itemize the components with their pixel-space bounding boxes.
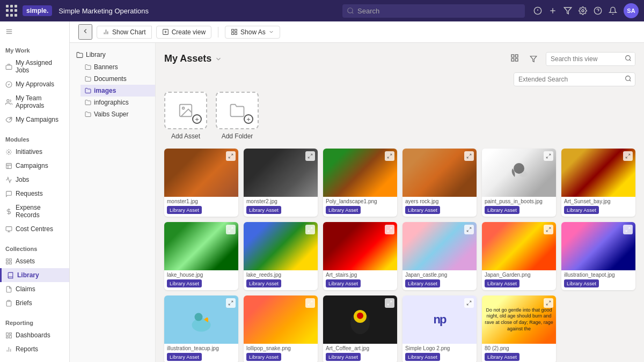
folder-icon — [85, 76, 91, 82]
expand-icon-11[interactable] — [623, 225, 633, 234]
asset-card-4[interactable]: paint_puss_in_boots.jpg Library Asset — [482, 149, 556, 217]
asset-card-7[interactable]: lake_reeds.jpg Library Asset — [244, 222, 318, 290]
sidebar-item-initiatives[interactable]: Initiatives — [0, 145, 69, 159]
add-folder-card[interactable]: + Add Folder — [216, 92, 259, 140]
svg-rect-47 — [515, 58, 518, 61]
lightbulb-icon[interactable] — [533, 6, 542, 15]
asset-card-11[interactable]: illustration_teapot.jpg Library Asset — [561, 222, 635, 290]
asset-badge-2: Library Asset — [326, 206, 361, 214]
search-this-view — [546, 52, 635, 66]
extended-search-row — [164, 72, 635, 86]
asset-card-2[interactable]: Poly_landscape1.png Library Asset — [323, 149, 397, 217]
tree-item-infographics[interactable]: infographics — [80, 97, 155, 108]
asset-card-12[interactable]: illustration_teacup.jpg Library Asset — [164, 295, 238, 362]
asset-card-15[interactable]: np Simple Logo 2.png Library Asset — [402, 295, 477, 362]
create-view-icon — [162, 28, 169, 35]
svg-rect-44 — [232, 33, 234, 35]
asset-card-8[interactable]: Art_stairs.jpg Library Asset — [323, 222, 397, 290]
bell-icon[interactable] — [609, 6, 617, 15]
sidebar-item-jobs[interactable]: Jobs — [0, 173, 69, 187]
asset-card-1[interactable]: monster2.jpg Library Asset — [244, 149, 318, 217]
svg-rect-28 — [6, 333, 9, 335]
expand-icon-2[interactable] — [385, 151, 394, 161]
search-this-view-icon[interactable] — [621, 53, 635, 65]
expand-icon-5[interactable] — [623, 151, 633, 161]
expand-icon-12[interactable] — [226, 298, 236, 308]
add-asset-card[interactable]: + Add Asset — [164, 92, 207, 140]
dashboard-icon — [5, 332, 12, 339]
app-grid-icon[interactable] — [5, 4, 18, 17]
expand-icon-15[interactable] — [464, 298, 474, 308]
expand-icon-9[interactable] — [464, 225, 474, 234]
svg-rect-46 — [515, 55, 518, 57]
tree-item-documents[interactable]: Documents — [80, 73, 155, 85]
sidebar-item-team-approvals[interactable]: My Team Approvals — [0, 91, 69, 113]
expand-icon-3[interactable] — [464, 151, 474, 161]
expand-icon-8[interactable] — [385, 225, 394, 234]
expand-icon-1[interactable] — [305, 151, 315, 161]
search-this-view-input[interactable] — [546, 53, 621, 65]
sidebar-item-requests[interactable]: Requests — [0, 187, 69, 201]
sidebar-item-assets[interactable]: Assets — [0, 254, 69, 268]
sidebar-item-assigned-jobs[interactable]: My Assigned Jobs — [0, 56, 69, 77]
create-view-button[interactable]: Create view — [156, 26, 211, 39]
briefs-icon — [5, 300, 12, 307]
global-search-input[interactable] — [342, 4, 525, 18]
filter-button[interactable] — [525, 53, 541, 65]
asset-card-16[interactable]: Do not go gentle into that good night, o… — [482, 295, 556, 362]
expand-icon-6[interactable] — [226, 225, 236, 234]
expand-icon-14[interactable] — [385, 298, 394, 308]
topbar-icons: SA — [533, 3, 639, 18]
sidebar-item-reports[interactable]: Reports — [0, 342, 69, 356]
asset-name-4: paint_puss_in_boots.jpg — [482, 197, 556, 205]
sidebar-item-library[interactable]: Library — [0, 268, 69, 282]
title-chevron-icon[interactable] — [215, 55, 222, 63]
sidebar-item-dashboards[interactable]: Dashboards — [0, 328, 69, 342]
asset-card-9[interactable]: Japan_castle.png Library Asset — [402, 222, 477, 290]
sidebar-item-briefs[interactable]: Briefs — [0, 296, 69, 310]
sidebar-collapse-btn[interactable] — [0, 25, 69, 39]
back-button[interactable] — [78, 24, 92, 40]
expand-icon-16[interactable] — [544, 298, 553, 308]
expand-icon-0[interactable] — [226, 151, 236, 161]
svg-line-65 — [549, 154, 551, 156]
asset-card-3[interactable]: ayers rock.jpg Library Asset — [402, 149, 477, 217]
show-chart-button[interactable]: Show Chart — [97, 26, 152, 39]
user-avatar[interactable]: SA — [624, 3, 639, 18]
tree-item-vaibs-super[interactable]: Vaibs Super — [80, 108, 155, 120]
svg-line-74 — [387, 230, 389, 232]
svg-line-78 — [546, 230, 548, 232]
plus-icon[interactable] — [548, 6, 557, 15]
add-folder-icon: + — [216, 92, 259, 129]
svg-line-91 — [387, 304, 389, 305]
sidebar-item-approvals[interactable]: My Approvals — [0, 77, 69, 91]
tree-root-library[interactable]: Library — [70, 48, 155, 61]
expand-icon-4[interactable] — [544, 151, 553, 161]
asset-card-6[interactable]: lake_house.jpg Library Asset — [164, 222, 238, 290]
help-icon[interactable] — [594, 6, 602, 15]
asset-badge-8: Library Asset — [326, 279, 361, 287]
sidebar-item-campaigns-work[interactable]: My Campaigns — [0, 113, 69, 127]
tree-item-banners[interactable]: Banners — [80, 61, 155, 73]
asset-card-0[interactable]: monster1.jpg Library Asset — [164, 149, 238, 217]
svg-rect-29 — [10, 333, 12, 334]
settings-icon[interactable] — [579, 6, 587, 15]
tree-item-images[interactable]: images — [80, 85, 155, 97]
view-options-btn[interactable] — [508, 51, 521, 66]
show-as-button[interactable]: Show As — [225, 26, 280, 39]
sidebar-item-expense-records[interactable]: Expense Records — [0, 201, 69, 222]
extended-search-icon[interactable] — [621, 73, 635, 86]
asset-card-5[interactable]: Art_Sunset_bay.jpg Library Asset — [561, 149, 635, 217]
expand-icon-13[interactable] — [305, 298, 315, 308]
expand-icon-7[interactable] — [305, 225, 315, 234]
asset-card-13[interactable]: lollipop_snake.png Library Asset — [244, 295, 318, 362]
asset-badge-10: Library Asset — [485, 279, 519, 287]
sidebar-item-cost-centres[interactable]: Cost Centres — [0, 222, 69, 236]
asset-card-10[interactable]: Japan_Garden.png Library Asset — [482, 222, 556, 290]
asset-card-14[interactable]: Art_Coffee_art.jpg Library Asset — [323, 295, 397, 362]
filter-icon[interactable] — [564, 6, 572, 15]
expand-icon-10[interactable] — [544, 225, 553, 234]
sidebar-item-claims[interactable]: Claims — [0, 282, 69, 296]
sidebar-item-campaigns-mod[interactable]: Campaigns — [0, 159, 69, 173]
extended-search-input[interactable] — [514, 73, 621, 85]
